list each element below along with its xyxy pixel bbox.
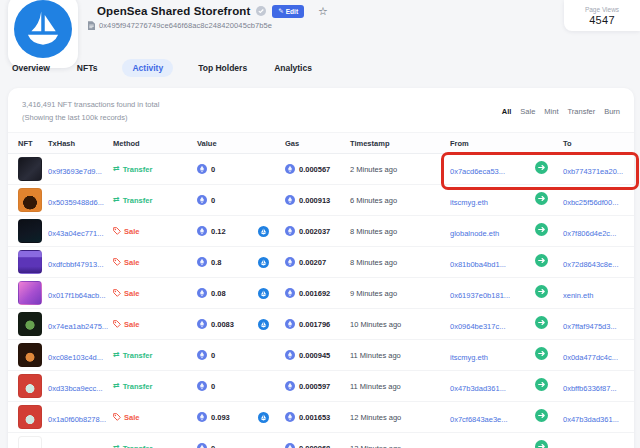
- page-views-card: Page Views 4547: [564, 0, 640, 31]
- from-link[interactable]: 0x61937e0b181...: [450, 291, 510, 300]
- filter-mint[interactable]: Mint: [544, 107, 558, 116]
- txhash-link[interactable]: 0xd33bca9ecc...: [48, 384, 103, 393]
- column-header-timestamp: Timestamp: [350, 139, 450, 148]
- nft-thumbnail[interactable]: [18, 436, 42, 448]
- arrow-right-icon: [535, 253, 548, 271]
- from-link[interactable]: 0x0964be317c...: [450, 322, 505, 331]
- txhash-link[interactable]: 0x50359488d6...: [48, 198, 104, 207]
- contract-doc-icon: [88, 16, 95, 34]
- value-text: 0: [211, 444, 215, 448]
- filter-transfer[interactable]: Transfer: [568, 107, 596, 116]
- value-text: 0.093: [211, 413, 230, 422]
- method-label: Transfer: [123, 444, 153, 448]
- txhash-link[interactable]: 0x1a0f60b8278...: [48, 415, 106, 424]
- nft-thumbnail[interactable]: [18, 405, 42, 429]
- table-row: 0x43a04ec771... Sale 0.12 0.002037 8 Min…: [8, 216, 634, 247]
- timestamp: 11 Minutes ago: [350, 382, 450, 391]
- to-link[interactable]: 0xbffb6336f87...: [563, 384, 617, 393]
- to-link[interactable]: xenin.eth: [563, 291, 593, 300]
- to-link[interactable]: 0xbc25f56df00...: [563, 198, 618, 207]
- gas-text: 0.000945: [299, 351, 330, 360]
- to-link[interactable]: 0xb774371ea20...: [563, 167, 623, 176]
- nft-thumbnail[interactable]: [18, 188, 42, 212]
- from-link[interactable]: itscmyg.eth: [450, 198, 488, 207]
- eth-icon: [197, 160, 207, 178]
- gas-text: 0.000913: [299, 196, 330, 205]
- from-link[interactable]: 0x7cf6843ae3e...: [450, 415, 508, 424]
- from-link[interactable]: globalnode.eth: [450, 229, 499, 238]
- method-label: Sale: [124, 227, 139, 236]
- tab-activity[interactable]: Activity: [122, 59, 173, 77]
- contract-address[interactable]: 0x495f947276749ce646f68ac8c248420045cb7b…: [88, 16, 272, 34]
- nft-thumbnail[interactable]: [18, 343, 42, 367]
- eth-icon: [285, 222, 295, 240]
- table-row: 0x9f3693e7d9... ⇄ Transfer 0 0.000567 2 …: [8, 154, 634, 185]
- method-label: Transfer: [123, 196, 153, 205]
- to-link[interactable]: 0x72d8643c8e...: [563, 260, 618, 269]
- sale-tag-icon: [113, 227, 121, 235]
- value-text: 0: [211, 351, 215, 360]
- to-link[interactable]: 0x7f806d4e2c...: [563, 229, 616, 238]
- gas-text: 0.000567: [299, 165, 330, 174]
- nft-thumbnail[interactable]: [18, 250, 42, 274]
- nft-thumbnail[interactable]: [18, 157, 42, 181]
- from-link[interactable]: itscmyg.eth: [450, 353, 488, 362]
- txhash-link[interactable]: 0xdfcbbf47913...: [48, 260, 103, 269]
- table-row: 0x50359488d6... ⇄ Transfer 0 0.000913 6 …: [8, 185, 634, 216]
- to-link[interactable]: 0x47b3dad361...: [563, 415, 619, 424]
- from-link[interactable]: 0x7acd6eca53...: [450, 167, 505, 176]
- timestamp: 12 Minutes ago: [350, 444, 450, 448]
- opensea-logo-icon: [14, 0, 72, 62]
- eth-icon: [285, 191, 295, 209]
- arrow-right-icon: [535, 191, 548, 209]
- txhash-link[interactable]: 0x017f1b64acb...: [48, 291, 106, 300]
- to-link[interactable]: 0x0da477dc4c...: [563, 353, 618, 362]
- timestamp: 11 Minutes ago: [350, 351, 450, 360]
- txhash-link[interactable]: 0x9f3693e7d9...: [48, 167, 102, 176]
- page-views-label: Page Views: [585, 6, 619, 13]
- eth-icon: [197, 253, 207, 271]
- results-note: (Showing the last 100k records): [22, 113, 159, 122]
- method-label: Sale: [124, 320, 139, 329]
- edit-button[interactable]: ✎Edit: [272, 5, 304, 18]
- sale-tag-icon: [113, 320, 121, 328]
- arrow-right-icon: [535, 346, 548, 364]
- nft-thumbnail[interactable]: [18, 374, 42, 398]
- txhash-link[interactable]: 0xc08e103c4d...: [48, 353, 103, 362]
- tab-overview[interactable]: Overview: [10, 59, 52, 77]
- method-label: Sale: [124, 258, 139, 267]
- to-link[interactable]: 0x7ffaf9475d3...: [563, 322, 617, 331]
- transfer-arrows-icon: ⇄: [113, 196, 120, 204]
- table-header: NFTTxHashMethodValueGasTimestampFromTo: [8, 132, 634, 154]
- method-label: Sale: [124, 289, 139, 298]
- tab-top-holders[interactable]: Top Holders: [196, 59, 249, 77]
- value-text: 0: [211, 382, 215, 391]
- txhash-link[interactable]: 0x74ea1ab2475...: [48, 322, 108, 331]
- eth-icon: [285, 160, 295, 178]
- arrow-right-icon: [535, 408, 548, 426]
- favorite-star-icon[interactable]: ☆: [318, 6, 328, 17]
- nft-thumbnail[interactable]: [18, 281, 42, 305]
- tab-analytics[interactable]: Analytics: [272, 59, 314, 77]
- tab-bar: OverviewNFTsActivityTop HoldersAnalytics: [10, 59, 314, 77]
- tab-nfts[interactable]: NFTs: [75, 59, 100, 77]
- column-header-to: To: [563, 139, 634, 148]
- nft-thumbnail[interactable]: [18, 312, 42, 336]
- nft-thumbnail[interactable]: [18, 219, 42, 243]
- from-link[interactable]: 0x47b3dad361...: [450, 384, 506, 393]
- timestamp: 2 Minutes ago: [350, 165, 450, 174]
- filter-all[interactable]: All: [502, 107, 512, 116]
- filter-burn[interactable]: Burn: [604, 107, 620, 116]
- from-link[interactable]: 0x81b0ba4bd1...: [450, 260, 506, 269]
- filter-sale[interactable]: Sale: [520, 107, 535, 116]
- txhash-link[interactable]: 0x43a04ec771...: [48, 229, 103, 238]
- results-count: 3,416,491 NFT transactions found in tota…: [22, 100, 159, 109]
- method-label: Transfer: [123, 165, 153, 174]
- sale-tag-icon: [113, 413, 121, 421]
- method-label: Sale: [124, 413, 139, 422]
- collection-avatar: [8, 0, 78, 68]
- arrow-right-icon: [535, 377, 548, 395]
- timestamp: 8 Minutes ago: [350, 227, 450, 236]
- sale-tag-icon: [113, 289, 121, 297]
- transfer-arrows-icon: ⇄: [113, 382, 120, 390]
